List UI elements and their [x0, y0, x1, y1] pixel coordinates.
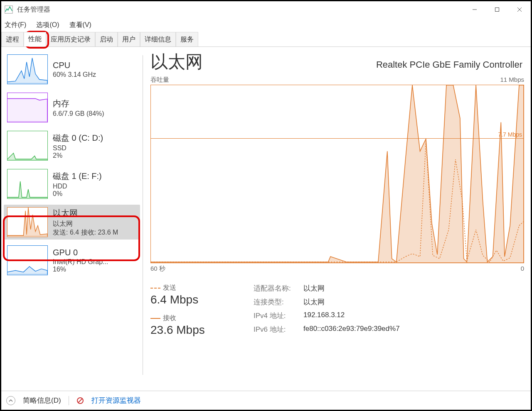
throughput-label: 吞吐量	[150, 76, 169, 84]
menu-view[interactable]: 查看(V)	[69, 21, 91, 29]
disk1-sub: HDD	[53, 183, 102, 190]
send-rate: 发送 6.4 Mbps	[150, 284, 242, 306]
memory-thumb	[7, 93, 48, 122]
main-title: 以太网	[150, 50, 203, 73]
sidebar-item-cpu[interactable]: CPU 60% 3.14 GHz	[4, 52, 140, 87]
disk0-detail: 2%	[53, 152, 103, 159]
disk0-name: 磁盘 0 (C: D:)	[53, 132, 103, 144]
recv-rate: 接收 23.6 Mbps	[150, 314, 242, 337]
memory-detail: 6.6/7.9 GB (84%)	[53, 110, 104, 117]
tab-startup[interactable]: 启动	[95, 32, 118, 46]
app-icon	[5, 5, 13, 14]
info-conn: 以太网	[303, 297, 325, 307]
tab-processes[interactable]: 进程	[1, 32, 24, 46]
xaxis-right: 0	[521, 265, 524, 273]
recv-value: 23.6 Mbps	[150, 323, 242, 337]
disk0-thumb	[7, 131, 48, 161]
window-title: 任务管理器	[17, 5, 50, 14]
ethernet-detail: 发送: 6.4 接收: 23.6 M	[53, 228, 118, 237]
send-value: 6.4 Mbps	[150, 293, 242, 306]
tab-app-history[interactable]: 应用历史记录	[46, 32, 95, 46]
sidebar-item-memory[interactable]: 内存 6.6/7.9 GB (84%)	[4, 90, 140, 125]
bottom-bar: 简略信息(D) 打开资源监视器	[1, 391, 531, 410]
xaxis-left: 60 秒	[150, 265, 165, 273]
gpu-sub: Intel(R) HD Grap...	[53, 258, 108, 266]
ethernet-sub: 以太网	[53, 220, 118, 228]
info-ipv6: fe80::c036:2e93:79e9:39ed%7	[303, 325, 400, 334]
info-adapter: 以太网	[303, 284, 325, 293]
tab-details[interactable]: 详细信息	[140, 32, 176, 46]
tab-services[interactable]: 服务	[176, 32, 198, 46]
graph-svg	[151, 85, 524, 263]
cpu-thumb	[7, 54, 48, 84]
disk0-sub: SSD	[53, 144, 103, 152]
info-ipv4: 192.168.3.12	[303, 311, 345, 320]
svg-rect-2	[495, 8, 499, 12]
cpu-detail: 60% 3.14 GHz	[53, 71, 96, 78]
ethernet-name: 以太网	[53, 208, 118, 219]
close-button[interactable]	[508, 1, 531, 18]
tab-users[interactable]: 用户	[118, 32, 140, 46]
cpu-name: CPU	[53, 61, 96, 70]
sidebar-item-ethernet[interactable]: 以太网 以太网 发送: 6.4 接收: 23.6 M	[4, 205, 140, 240]
adapter-info-table: 适配器名称:以太网 连接类型:以太网 IPv4 地址:192.168.3.12 …	[254, 284, 400, 338]
details-section: 发送 6.4 Mbps 接收 23.6 Mbps 适配器名称:以太网 连接类型:…	[150, 284, 524, 338]
disk1-detail: 0%	[53, 190, 102, 198]
gpu-thumb	[7, 245, 48, 275]
title-bar: 任务管理器	[1, 1, 531, 18]
tab-performance[interactable]: 性能	[24, 32, 46, 46]
minimize-button[interactable]	[463, 1, 486, 18]
svg-line-7	[78, 399, 82, 403]
sidebar-item-gpu[interactable]: GPU 0 Intel(R) HD Grap... 16%	[4, 243, 140, 278]
throughput-graph: 7.7 Mbps	[150, 85, 524, 263]
disk1-thumb	[7, 169, 48, 199]
adapter-title: Realtek PCIe GbE Family Controller	[376, 59, 522, 70]
sidebar: CPU 60% 3.14 GHz 内存 6.6/7.9 GB (84%) 磁盘 …	[1, 47, 143, 383]
resmon-icon	[76, 397, 84, 404]
menu-options[interactable]: 选项(O)	[36, 21, 59, 29]
yaxis-mid: 7.7 Mbps	[498, 131, 522, 138]
menu-file[interactable]: 文件(F)	[5, 21, 26, 29]
main-panel: 以太网 Realtek PCIe GbE Family Controller 吞…	[143, 47, 531, 383]
ethernet-thumb	[7, 207, 48, 237]
collapse-icon[interactable]	[6, 396, 15, 405]
menu-bar: 文件(F) 选项(O) 查看(V)	[1, 18, 531, 32]
gpu-detail: 16%	[53, 266, 108, 273]
maximize-button[interactable]	[486, 1, 508, 18]
sidebar-item-disk1[interactable]: 磁盘 1 (E: F:) HDD 0%	[4, 166, 140, 201]
content: CPU 60% 3.14 GHz 内存 6.6/7.9 GB (84%) 磁盘 …	[1, 47, 531, 383]
bottom-separator	[69, 396, 69, 405]
sidebar-item-disk0[interactable]: 磁盘 0 (C: D:) SSD 2%	[4, 128, 140, 163]
yaxis-top: 11 Mbps	[500, 76, 524, 84]
memory-name: 内存	[53, 98, 104, 109]
brief-info-button[interactable]: 简略信息(D)	[23, 396, 61, 405]
gpu-name: GPU 0	[53, 248, 108, 257]
disk1-name: 磁盘 1 (E: F:)	[53, 171, 102, 182]
open-resmon-link[interactable]: 打开资源监视器	[91, 396, 141, 405]
tab-bar: 进程 性能 应用历史记录 启动 用户 详细信息 服务	[1, 32, 531, 47]
